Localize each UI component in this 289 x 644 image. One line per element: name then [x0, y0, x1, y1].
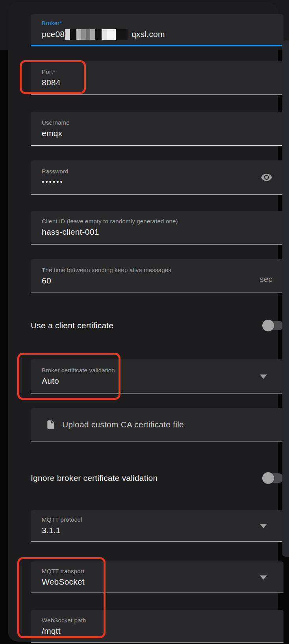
broker-label: Broker*	[42, 20, 272, 26]
client-id-field[interactable]: Client ID (leave empty to randomly gener…	[31, 211, 283, 245]
redacted-text	[65, 29, 128, 40]
chevron-down-icon	[260, 575, 267, 580]
chevron-down-icon	[260, 524, 267, 528]
mqtt-transport-dropdown[interactable]: MQTT transport WebSocket	[31, 561, 283, 593]
username-label: Username	[42, 119, 272, 126]
broker-value: pce08qxsl.com	[42, 29, 272, 40]
ignore-validation-row: Ignore broker certificate validation	[31, 470, 283, 486]
port-value: 8084	[42, 78, 272, 87]
websocket-path-field[interactable]: WebSocket path /mqtt	[31, 610, 283, 643]
ignore-validation-label: Ignore broker certificate validation	[31, 473, 157, 483]
scrollbar-thumb[interactable]	[282, 40, 289, 557]
port-field[interactable]: Port* 8084	[31, 61, 283, 95]
port-label: Port*	[42, 68, 272, 75]
client-certificate-label: Use a client certificate	[31, 321, 113, 330]
toggle-thumb	[262, 320, 274, 331]
mqtt-protocol-dropdown[interactable]: MQTT protocol 3.1.1	[31, 510, 283, 542]
mqtt-transport-label: MQTT transport	[42, 568, 272, 574]
upload-ca-label: Upload custom CA certificate file	[62, 420, 184, 429]
mqtt-transport-value: WebSocket	[42, 577, 272, 587]
mqtt-config-dialog: Broker* pce08qxsl.com Port* 8084 Usernam…	[8, 2, 278, 642]
toggle-thumb	[262, 472, 274, 484]
upload-ca-button[interactable]: Upload custom CA certificate file	[31, 408, 283, 442]
websocket-path-label: WebSocket path	[42, 617, 272, 624]
chevron-down-icon	[260, 374, 267, 379]
client-id-label: Client ID (leave empty to randomly gener…	[42, 218, 272, 224]
certificate-validation-label: Broker certificate validation	[42, 367, 272, 374]
client-id-value: hass-client-001	[42, 227, 272, 237]
mqtt-protocol-value: 3.1.1	[42, 526, 272, 535]
broker-field[interactable]: Broker* pce08qxsl.com	[31, 14, 283, 46]
eye-icon[interactable]	[261, 171, 272, 183]
username-value: emqx	[42, 129, 272, 138]
password-label: Password	[42, 168, 272, 175]
file-icon	[46, 419, 56, 431]
password-value: ••••••	[42, 177, 272, 187]
certificate-validation-value: Auto	[42, 376, 272, 386]
mqtt-config-page: Broker* pce08qxsl.com Port* 8084 Usernam…	[0, 0, 289, 644]
client-certificate-toggle[interactable]	[262, 319, 283, 332]
ignore-validation-toggle[interactable]	[262, 472, 283, 484]
mqtt-protocol-label: MQTT protocol	[42, 516, 272, 523]
certificate-validation-dropdown[interactable]: Broker certificate validation Auto	[31, 359, 283, 394]
keepalive-label: The time between sending keep alive mess…	[42, 267, 272, 273]
websocket-path-value: /mqtt	[42, 626, 272, 636]
username-field[interactable]: Username emqx	[31, 112, 283, 146]
keepalive-field[interactable]: The time between sending keep alive mess…	[31, 259, 283, 293]
keepalive-value: 60	[42, 276, 272, 285]
client-certificate-row: Use a client certificate	[31, 318, 283, 333]
password-field[interactable]: Password ••••••	[31, 160, 283, 195]
keepalive-unit: sec	[259, 274, 272, 284]
